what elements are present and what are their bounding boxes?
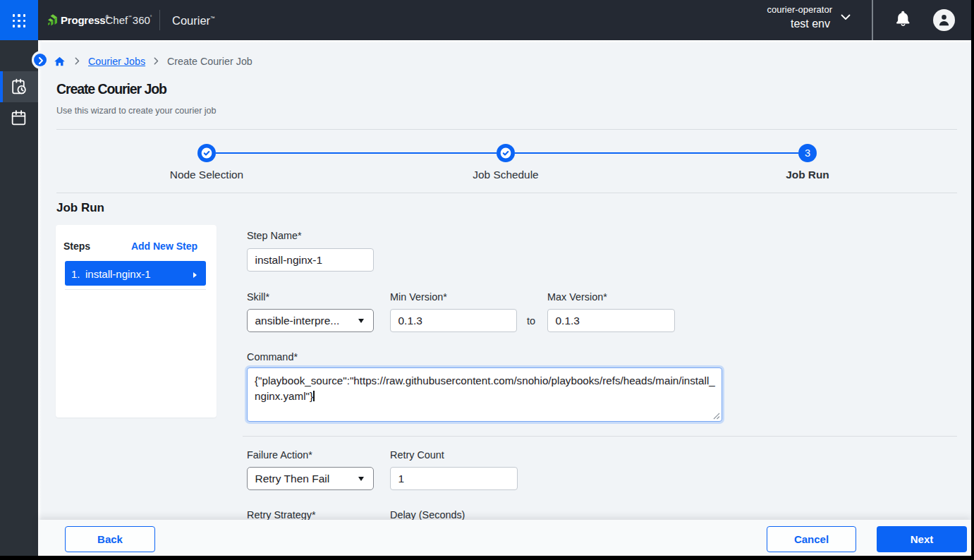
svg-text:3: 3 [805,147,810,159]
